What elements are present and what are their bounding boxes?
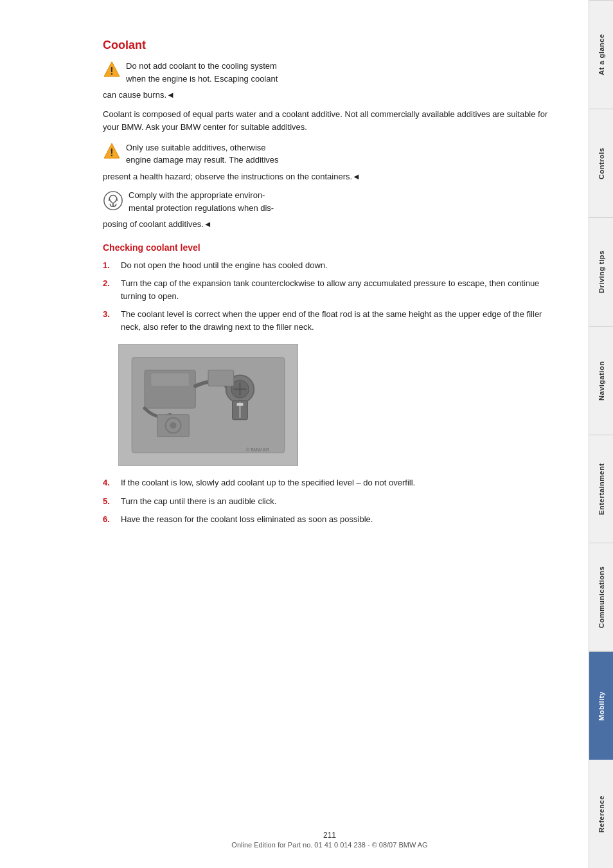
warning-3-text: Comply with the appropriate environ- men… — [129, 189, 274, 214]
sidebar-tab-communications[interactable]: Communications — [589, 543, 613, 651]
main-content: Coolant ! Do not add coolant to the cool… — [0, 0, 589, 868]
step-text-4: If the coolant is low, slowly add coolan… — [121, 476, 563, 489]
engine-image: © BMW AG — [118, 344, 298, 466]
step-number-5: 5. — [103, 495, 118, 508]
page-container: Coolant ! Do not add coolant to the cool… — [0, 0, 613, 868]
warning-block-1: ! Do not add coolant to the cooling syst… — [103, 60, 563, 102]
sidebar-tab-mobility[interactable]: Mobility — [589, 651, 613, 760]
warning-block-2: ! Only use suitable additives, otherwise… — [103, 141, 563, 183]
steps-list: 1. Do not open the hood until the engine… — [103, 259, 563, 334]
list-item-6: 6. Have the reason for the coolant loss … — [103, 513, 563, 526]
step-text-5: Turn the cap until there is an audible c… — [121, 495, 563, 508]
list-item-2: 2. Turn the cap of the expansion tank co… — [103, 277, 563, 303]
sidebar-tab-reference[interactable]: Reference — [589, 760, 613, 868]
subsection-title: Checking coolant level — [103, 242, 563, 253]
list-item-1: 1. Do not open the hood until the engine… — [103, 259, 563, 272]
sidebar-tab-driving-tips[interactable]: Driving tips — [589, 217, 613, 326]
svg-text:!: ! — [110, 66, 113, 77]
env-icon — [103, 190, 123, 211]
footer-text: Online Edition for Part no. 01 41 0 014 … — [103, 841, 556, 849]
sidebar-tab-controls[interactable]: Controls — [589, 109, 613, 217]
svg-rect-11 — [151, 374, 189, 386]
step-number-2: 2. — [103, 277, 118, 303]
sidebar-tab-entertainment[interactable]: Entertainment — [589, 435, 613, 543]
warning-icon-1: ! — [103, 60, 121, 78]
warning-1-text: Do not add coolant to the cooling system… — [126, 60, 278, 85]
section-title: Coolant — [103, 39, 563, 52]
steps-list-2: 4. If the coolant is low, slowly add coo… — [103, 476, 563, 525]
warning-icon-2: ! — [103, 142, 121, 160]
svg-rect-18 — [237, 404, 244, 406]
step-number-4: 4. — [103, 476, 118, 489]
svg-text:!: ! — [110, 147, 113, 158]
body-text-1: Coolant is composed of equal parts water… — [103, 108, 563, 134]
step-text-2: Turn the cap of the expansion tank count… — [121, 277, 563, 303]
page-footer: 211 Online Edition for Part no. 01 41 0 … — [103, 831, 556, 849]
svg-marker-6 — [108, 199, 111, 201]
svg-point-22 — [170, 422, 177, 429]
list-item-5: 5. Turn the cap until there is an audibl… — [103, 495, 563, 508]
warning-2-continuation: present a health hazard; observe the ins… — [103, 170, 563, 183]
list-item-4: 4. If the coolant is low, slowly add coo… — [103, 476, 563, 489]
step-text-6: Have the reason for the coolant loss eli… — [121, 513, 563, 526]
list-item-3: 3. The coolant level is correct when the… — [103, 308, 563, 334]
step-text-1: Do not open the hood until the engine ha… — [121, 259, 563, 272]
warning-1-continuation: can cause burns.◄ — [103, 89, 563, 102]
warning-3-continuation: posing of coolant additives.◄ — [103, 218, 563, 231]
step-number-6: 6. — [103, 513, 118, 526]
step-text-3: The coolant level is correct when the up… — [121, 308, 563, 334]
warning-block-3: Comply with the appropriate environ- men… — [103, 189, 563, 231]
svg-rect-19 — [208, 370, 234, 386]
svg-marker-5 — [116, 199, 118, 201]
page-number: 211 — [103, 831, 556, 840]
sidebar-tab-navigation[interactable]: Navigation — [589, 326, 613, 435]
sidebar-tab-at-a-glance[interactable]: At a glance — [589, 0, 613, 109]
right-sidebar: At a glance Controls Driving tips Naviga… — [589, 0, 613, 868]
warning-2-text: Only use suitable additives, otherwise e… — [126, 141, 279, 167]
svg-text:© BMW AG: © BMW AG — [246, 448, 269, 453]
step-number-1: 1. — [103, 259, 118, 272]
step-number-3: 3. — [103, 308, 118, 334]
